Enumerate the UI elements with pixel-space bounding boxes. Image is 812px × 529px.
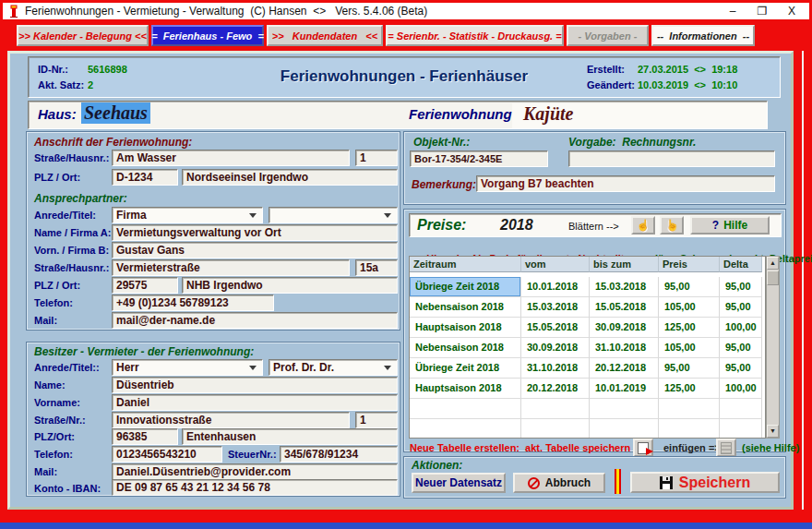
neuer-datensatz-button[interactable]: Neuer Datensatz <box>412 473 506 493</box>
vorgabe-field[interactable] <box>568 150 775 167</box>
besitzer-ort-field[interactable]: Entenhausen <box>182 428 398 445</box>
table-cell[interactable]: Übriege Zeit 2018 <box>410 277 521 297</box>
table-cell[interactable]: 15.05.2018 <box>521 318 590 338</box>
abbruch-button[interactable]: Abbruch <box>513 473 605 493</box>
table-empty-cell[interactable] <box>410 419 521 439</box>
besitzer-telefon-field[interactable]: 0123456543210 <box>112 446 222 463</box>
close-button[interactable]: X <box>780 5 804 18</box>
plz-field[interactable]: D-1234 <box>112 169 178 186</box>
ort-field[interactable]: Nordseeinsel Irgendwo <box>182 169 398 186</box>
table-empty-cell[interactable] <box>659 399 720 419</box>
table-empty-cell[interactable] <box>521 419 590 439</box>
besitzer-mail-field[interactable]: Daniel.Düsentrieb@provider.com <box>112 463 398 480</box>
table-cell[interactable]: Hauptsaison 2018 <box>410 379 521 399</box>
bemerkung-field[interactable]: Vorgang B7 beachten <box>476 175 775 192</box>
hausnr-field[interactable]: 1 <box>355 150 398 166</box>
table-cell[interactable]: 10.01.2018 <box>521 277 590 297</box>
table-cell[interactable]: 105,00 <box>659 297 720 318</box>
table-cell[interactable]: 105,00 <box>659 338 720 358</box>
tabelle-einfuegen-button[interactable] <box>716 439 736 457</box>
objektnr-field[interactable]: Bor-17-354/2-345E <box>410 150 548 167</box>
plz2-field[interactable]: 29575 <box>112 277 178 294</box>
tab-kundendaten[interactable]: >> Kundendaten << <box>267 25 383 46</box>
table-cell[interactable]: 125,00 <box>659 318 720 338</box>
table-cell[interactable]: 20.12.2018 <box>590 358 659 379</box>
table-empty-cell[interactable] <box>720 419 762 439</box>
table-cell[interactable]: 30.09.2018 <box>590 318 659 338</box>
tabelle-speichern-button[interactable] <box>633 439 653 457</box>
table-cell[interactable]: 95,00 <box>720 297 762 318</box>
tab-ferienhaus-fewo[interactable]: = Ferienhaus - Fewo = <box>151 25 264 46</box>
table-cell[interactable]: 15.05.2018 <box>590 297 659 318</box>
table-cell[interactable]: 30.09.2018 <box>521 338 590 358</box>
scroll-down-icon[interactable]: ▼ <box>767 425 779 438</box>
besitzer-titel-select[interactable]: Prof. Dr. Dr. <box>269 359 398 376</box>
table-cell[interactable]: 95,00 <box>659 358 720 379</box>
telefon-field[interactable]: +49 (0)1234 56789123 <box>112 295 274 311</box>
table-empty-cell[interactable] <box>410 399 521 419</box>
col-header-delta[interactable]: Delta <box>720 257 762 272</box>
neue-tabelle-label: Neue Tabelle erstellen: akt. Tabelle spe… <box>410 442 645 453</box>
hilfe-button[interactable]: ? Hilfe <box>690 216 770 234</box>
name-firma-a-field[interactable]: Vermietungsverwaltung vor Ort <box>112 224 398 241</box>
table-cell[interactable]: 10.01.2019 <box>590 379 659 399</box>
steuernr-field[interactable]: 345/678/91234 <box>280 446 398 463</box>
scrollbar-thumb[interactable] <box>767 271 779 285</box>
tab-vorgaben[interactable]: - Vorgaben - <box>567 25 649 46</box>
table-cell[interactable]: 100,00 <box>720 318 762 338</box>
page-back-button[interactable]: ☝ <box>631 216 655 234</box>
table-cell[interactable]: Übriege Zeit 2018 <box>410 358 521 379</box>
speichern-button[interactable]: Speichern <box>630 472 780 493</box>
col-header-bis[interactable]: bis zum <box>590 257 659 272</box>
strasse-field[interactable]: Am Wasser <box>112 150 350 166</box>
table-cell[interactable]: 15.03.2018 <box>521 297 590 318</box>
tab-kalender-belegung[interactable]: >> Kalender - Belegung << <box>17 25 149 46</box>
maximize-button[interactable]: ❐ <box>750 5 774 18</box>
mail-field[interactable]: mail@der-name.de <box>112 312 398 329</box>
col-header-zeitraum[interactable]: Zeitraum <box>410 257 521 272</box>
haus-input[interactable]: Seehaus <box>81 102 150 124</box>
table-empty-cell[interactable] <box>590 399 659 419</box>
titel-select[interactable] <box>269 207 398 223</box>
strasse2-field[interactable]: Vermieterstraße <box>112 259 350 276</box>
table-cell[interactable]: 20.12.2018 <box>521 379 590 399</box>
minimize-button[interactable]: – <box>721 5 745 18</box>
table-cell[interactable]: Nebensaison 2018 <box>410 338 521 358</box>
table-cell[interactable]: 15.03.2018 <box>590 277 659 297</box>
iban-field[interactable]: DE 09 87 65 43 21 12 34 56 78 <box>112 479 398 496</box>
table-empty-cell[interactable] <box>590 419 659 439</box>
save-icon <box>660 476 673 489</box>
table-cell[interactable]: 100,00 <box>720 379 762 399</box>
table-empty-cell[interactable] <box>521 399 590 419</box>
table-empty-cell[interactable] <box>720 399 762 419</box>
table-cell[interactable]: 95,00 <box>720 338 762 358</box>
table-scrollbar[interactable]: ▲ ▼ <box>766 256 780 439</box>
anrede-select[interactable]: Firma <box>112 207 263 223</box>
tab-informationen[interactable]: -- Informationen -- <box>651 25 755 46</box>
besitzer-plz-field[interactable]: 96385 <box>112 428 178 445</box>
table-cell[interactable]: 95,00 <box>720 277 762 297</box>
besitzer-name-field[interactable]: Düsentrieb <box>112 377 398 393</box>
besitzer-vorname-field[interactable]: Daniel <box>112 394 398 411</box>
besitzer-hausnr-field[interactable]: 1 <box>355 412 398 428</box>
page-forward-button[interactable]: ☝ <box>660 216 684 234</box>
col-header-preis[interactable]: Preis <box>659 257 720 272</box>
col-header-vom[interactable]: vom <box>521 257 590 272</box>
hausnr2-field[interactable]: 15a <box>355 259 398 276</box>
ferienwohnung-input[interactable]: Kajüte <box>512 103 767 128</box>
besitzer-anrede-select[interactable]: Herr <box>112 359 263 376</box>
scroll-up-icon[interactable]: ▲ <box>767 257 779 270</box>
strasse-label: Straße/Hausnr.: <box>34 152 109 163</box>
table-cell[interactable]: 31.10.2018 <box>521 358 590 379</box>
table-cell[interactable]: 95,00 <box>720 358 762 379</box>
table-cell[interactable]: Nebensaison 2018 <box>410 297 521 318</box>
vorn-firma-b-field[interactable]: Gustav Gans <box>112 242 398 258</box>
table-cell[interactable]: 125,00 <box>659 379 720 399</box>
table-cell[interactable]: 95,00 <box>659 277 720 297</box>
table-cell[interactable]: 31.10.2018 <box>590 338 659 358</box>
table-cell[interactable]: Hauptsaison 2018 <box>410 318 521 338</box>
table-empty-cell[interactable] <box>659 419 720 439</box>
tab-serienbrief-statistik[interactable]: = Serienbr. - Statistik - Druckausg. = <box>386 25 564 46</box>
ort2-field[interactable]: NHB Irgendwo <box>182 277 398 294</box>
besitzer-strasse-field[interactable]: Innovationsstraße <box>112 412 350 428</box>
